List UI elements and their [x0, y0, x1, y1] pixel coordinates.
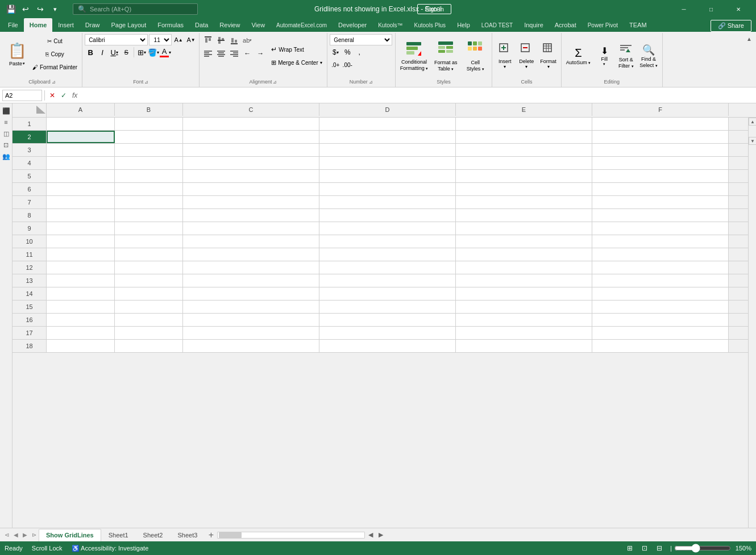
cell-C15[interactable] [183, 301, 319, 313]
dec-inc-button[interactable]: .0+ [330, 59, 341, 70]
sheet-tab-sheet2[interactable]: Sheet2 [136, 529, 171, 541]
cut-button[interactable]: ✂ Cut [30, 35, 80, 47]
cell-F8[interactable] [592, 209, 729, 222]
cell-F10[interactable] [592, 235, 729, 248]
cell-F7[interactable] [592, 196, 729, 208]
delete-button[interactable]: Delete ▾ [516, 37, 537, 76]
cell-F18[interactable] [592, 340, 729, 352]
cell-C4[interactable] [183, 157, 319, 169]
cell-B10[interactable] [115, 235, 183, 248]
decrease-font-button[interactable]: A▼ [185, 34, 197, 45]
cell-B9[interactable] [115, 222, 183, 235]
currency-button[interactable]: $▾ [330, 47, 341, 58]
cell-A18[interactable] [47, 340, 115, 352]
cell-B7[interactable] [115, 196, 183, 208]
tab-review[interactable]: Review [214, 18, 246, 32]
cell-D7[interactable] [319, 196, 456, 208]
row-number-4[interactable]: 4 [13, 157, 47, 169]
increase-font-button[interactable]: A▲ [173, 34, 184, 45]
cell-B4[interactable] [115, 157, 183, 169]
cell-E4[interactable] [456, 157, 592, 169]
tab-page-layout[interactable]: Page Layout [105, 18, 152, 32]
horizontal-scroll-area[interactable]: ◀ ▶ [217, 531, 385, 539]
close-button[interactable]: ✕ [725, 0, 751, 18]
tab-acrobat[interactable]: Acrobat [549, 18, 582, 32]
column-header-F[interactable]: F [592, 103, 729, 116]
cell-F1[interactable] [592, 118, 729, 130]
cell-B2[interactable] [115, 131, 183, 143]
column-header-C[interactable]: C [183, 103, 319, 116]
sheet-nav-prev[interactable]: ◀ [11, 531, 20, 540]
cell-E1[interactable] [456, 118, 592, 130]
align-center-button[interactable] [215, 47, 227, 60]
cell-A1[interactable] [47, 118, 115, 130]
row-number-11[interactable]: 11 [13, 248, 47, 261]
cell-E5[interactable] [456, 170, 592, 182]
tab-developer[interactable]: Developer [333, 18, 372, 32]
cell-F6[interactable] [592, 183, 729, 195]
cell-F5[interactable] [592, 170, 729, 182]
cell-E6[interactable] [456, 183, 592, 195]
cell-F2[interactable] [592, 131, 729, 143]
cell-E12[interactable] [456, 261, 592, 274]
row-number-8[interactable]: 8 [13, 209, 47, 222]
align-top-button[interactable] [202, 34, 214, 47]
align-bottom-button[interactable] [228, 34, 240, 47]
share-button[interactable]: 🔗 Share [711, 20, 751, 32]
formula-input[interactable] [81, 92, 754, 99]
sheet-tab-sheet1[interactable]: Sheet1 [101, 529, 136, 541]
cell-E10[interactable] [456, 235, 592, 248]
cell-D3[interactable] [319, 144, 456, 156]
accessibility-status[interactable]: ♿ Accessibility: Investigate [72, 545, 149, 552]
cell-F14[interactable] [592, 287, 729, 300]
fill-color-button[interactable]: 🪣▾ [148, 47, 159, 58]
sidebar-icon-5[interactable]: 👥 [1, 151, 11, 161]
paste-button[interactable]: 📋 Paste ▾ [5, 34, 30, 74]
cell-C6[interactable] [183, 183, 319, 195]
cell-E8[interactable] [456, 209, 592, 222]
search-bar[interactable]: 🔍 [73, 3, 198, 15]
column-header-D[interactable]: D [319, 103, 456, 116]
cell-B8[interactable] [115, 209, 183, 222]
cell-A17[interactable] [47, 327, 115, 339]
autosum-button[interactable]: Σ AutoSum ▾ [564, 37, 593, 76]
cell-D9[interactable] [319, 222, 456, 235]
sheet-nav-next[interactable]: ▶ [20, 531, 30, 540]
cell-D1[interactable] [319, 118, 456, 130]
cell-C3[interactable] [183, 144, 319, 156]
cell-D14[interactable] [319, 287, 456, 300]
font-family-select[interactable]: Calibri Arial Times New Roman [85, 34, 148, 45]
search-input[interactable] [90, 6, 181, 12]
row-number-3[interactable]: 3 [13, 144, 47, 156]
cell-D17[interactable] [319, 327, 456, 339]
cell-F17[interactable] [592, 327, 729, 339]
vertical-scrollbar[interactable]: ▲ ▼ [748, 118, 756, 528]
cell-E13[interactable] [456, 274, 592, 287]
borders-button[interactable]: ⊞▾ [136, 47, 147, 58]
conditional-formatting-button[interactable]: ConditionalFormatting ▾ [398, 39, 431, 73]
cell-D2[interactable] [319, 131, 456, 143]
cell-A4[interactable] [47, 157, 115, 169]
number-format-select[interactable]: General Number Currency Accounting Short… [330, 34, 392, 45]
strikethrough-button[interactable]: S [121, 47, 132, 58]
cell-B15[interactable] [115, 301, 183, 313]
cell-E18[interactable] [456, 340, 592, 352]
row-number-5[interactable]: 5 [13, 170, 47, 182]
minimize-button[interactable]: ─ [671, 0, 697, 18]
cell-A8[interactable] [47, 209, 115, 222]
cell-reference-input[interactable] [2, 90, 42, 101]
cell-B1[interactable] [115, 118, 183, 130]
cell-E11[interactable] [456, 248, 592, 261]
tab-power-pivot[interactable]: Power Pivot [582, 18, 624, 32]
number-expand-icon[interactable]: ⊿ [369, 80, 373, 85]
page-layout-view-button[interactable]: ⊡ [638, 542, 651, 554]
cell-A7[interactable] [47, 196, 115, 208]
copy-button[interactable]: ⎘ Copy [30, 48, 80, 60]
clipboard-expand-icon[interactable]: ⊿ [52, 80, 56, 85]
grid-container[interactable]: 1 2 [13, 118, 748, 528]
cell-B18[interactable] [115, 340, 183, 352]
font-expand-icon[interactable]: ⊿ [144, 80, 148, 85]
row-number-16[interactable]: 16 [13, 314, 47, 326]
cell-C16[interactable] [183, 314, 319, 326]
orient-button[interactable]: ab▾ [241, 34, 254, 47]
